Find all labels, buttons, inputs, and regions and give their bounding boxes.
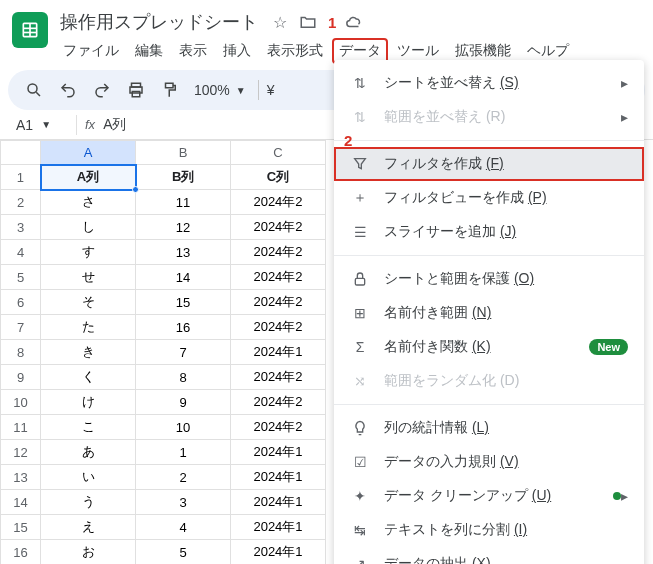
col-header-c[interactable]: C — [231, 141, 326, 165]
cell-reference[interactable]: A1▼ — [8, 117, 68, 133]
cell[interactable]: お — [41, 540, 136, 565]
cell[interactable]: き — [41, 340, 136, 365]
menu-validation[interactable]: ☑ データの入力規則 (V) — [334, 445, 644, 479]
cell[interactable]: 1 — [136, 440, 231, 465]
row-header[interactable]: 1 — [1, 165, 41, 190]
cell[interactable]: 3 — [136, 490, 231, 515]
cell[interactable]: 11 — [136, 190, 231, 215]
cell[interactable]: す — [41, 240, 136, 265]
cell[interactable]: あ — [41, 440, 136, 465]
menu-format[interactable]: 表示形式 — [260, 38, 330, 64]
cell[interactable]: 2024年2 — [231, 265, 326, 290]
cell[interactable]: 13 — [136, 240, 231, 265]
menu-column-stats[interactable]: 列の統計情報 (L) — [334, 411, 644, 445]
cell[interactable]: た — [41, 315, 136, 340]
cell[interactable]: 2024年2 — [231, 415, 326, 440]
cell[interactable]: 12 — [136, 215, 231, 240]
sheets-logo[interactable] — [12, 12, 48, 48]
cell[interactable]: 7 — [136, 340, 231, 365]
cell[interactable]: 2024年1 — [231, 440, 326, 465]
row-header[interactable]: 2 — [1, 190, 41, 215]
document-title[interactable]: 操作用スプレッドシート — [56, 8, 262, 36]
redo-icon[interactable] — [88, 76, 116, 104]
menu-add-slicer[interactable]: ☰ スライサーを追加 (J) — [334, 215, 644, 249]
cell[interactable]: 4 — [136, 515, 231, 540]
cell[interactable]: 2024年2 — [231, 365, 326, 390]
undo-icon[interactable] — [54, 76, 82, 104]
cell[interactable]: 14 — [136, 265, 231, 290]
menu-edit[interactable]: 編集 — [128, 38, 170, 64]
cell[interactable]: け — [41, 390, 136, 415]
cell[interactable]: い — [41, 465, 136, 490]
menu-sort-sheet[interactable]: ⇅ シートを並べ替え (S) ▸ — [334, 66, 644, 100]
zoom-select[interactable]: 100%▼ — [190, 82, 250, 98]
currency-format[interactable]: ¥ — [267, 82, 275, 98]
cell[interactable]: さ — [41, 190, 136, 215]
menu-view[interactable]: 表示 — [172, 38, 214, 64]
cell[interactable]: 9 — [136, 390, 231, 415]
cell[interactable]: 2024年1 — [231, 490, 326, 515]
menu-cleanup[interactable]: ✦ データ クリーンアップ (U) ▸ — [334, 479, 644, 513]
menu-extract[interactable]: ↗ データの抽出 (X) — [334, 547, 644, 564]
search-icon[interactable] — [20, 76, 48, 104]
cell[interactable]: し — [41, 215, 136, 240]
col-header-a[interactable]: A — [41, 141, 136, 165]
move-folder-icon[interactable] — [298, 12, 318, 32]
cell[interactable]: せ — [41, 265, 136, 290]
row-header[interactable]: 13 — [1, 465, 41, 490]
cell[interactable]: 2024年1 — [231, 465, 326, 490]
col-header-b[interactable]: B — [136, 141, 231, 165]
cell[interactable]: 15 — [136, 290, 231, 315]
select-all-corner[interactable] — [1, 141, 41, 165]
cell[interactable]: 2024年2 — [231, 290, 326, 315]
cell[interactable]: 5 — [136, 540, 231, 565]
cell[interactable]: 2024年2 — [231, 190, 326, 215]
menu-insert[interactable]: 挿入 — [216, 38, 258, 64]
cell[interactable]: 2024年1 — [231, 515, 326, 540]
formula-content[interactable]: A列 — [103, 116, 126, 134]
cell[interactable]: 2024年2 — [231, 240, 326, 265]
cell[interactable]: え — [41, 515, 136, 540]
cell[interactable]: く — [41, 365, 136, 390]
cell[interactable]: こ — [41, 415, 136, 440]
row-header[interactable]: 6 — [1, 290, 41, 315]
row-header[interactable]: 5 — [1, 265, 41, 290]
cell[interactable]: 2024年1 — [231, 540, 326, 565]
row-header[interactable]: 4 — [1, 240, 41, 265]
row-header[interactable]: 11 — [1, 415, 41, 440]
cell[interactable]: A列 — [41, 165, 136, 190]
cell[interactable]: 2 — [136, 465, 231, 490]
row-header[interactable]: 8 — [1, 340, 41, 365]
cell[interactable]: B列 — [136, 165, 231, 190]
row-header[interactable]: 7 — [1, 315, 41, 340]
cell[interactable]: 2024年2 — [231, 315, 326, 340]
star-icon[interactable]: ☆ — [270, 12, 290, 32]
selection-handle[interactable] — [132, 186, 139, 193]
cell[interactable]: う — [41, 490, 136, 515]
menu-named-function[interactable]: Σ 名前付き関数 (K) New — [334, 330, 644, 364]
row-header[interactable]: 3 — [1, 215, 41, 240]
menu-create-filter[interactable]: フィルタを作成 (F) — [334, 147, 644, 181]
menu-protect[interactable]: シートと範囲を保護 (O) — [334, 262, 644, 296]
cell[interactable]: 2024年1 — [231, 340, 326, 365]
cell[interactable]: 8 — [136, 365, 231, 390]
cell[interactable]: 10 — [136, 415, 231, 440]
cell[interactable]: 16 — [136, 315, 231, 340]
menu-named-range[interactable]: ⊞ 名前付き範囲 (N) — [334, 296, 644, 330]
row-header[interactable]: 10 — [1, 390, 41, 415]
row-header[interactable]: 15 — [1, 515, 41, 540]
menu-file[interactable]: ファイル — [56, 38, 126, 64]
cell[interactable]: 2024年2 — [231, 215, 326, 240]
spreadsheet-grid[interactable]: A B C 1A列B列C列 2さ112024年2 3し122024年2 4す13… — [0, 140, 326, 564]
row-header[interactable]: 14 — [1, 490, 41, 515]
print-icon[interactable] — [122, 76, 150, 104]
row-header[interactable]: 12 — [1, 440, 41, 465]
cloud-status-icon[interactable] — [344, 12, 364, 32]
cell[interactable]: そ — [41, 290, 136, 315]
row-header[interactable]: 9 — [1, 365, 41, 390]
menu-create-filter-view[interactable]: ＋ フィルタビューを作成 (P) — [334, 181, 644, 215]
row-header[interactable]: 16 — [1, 540, 41, 565]
cell[interactable]: C列 — [231, 165, 326, 190]
paint-format-icon[interactable] — [156, 76, 184, 104]
menu-split-text[interactable]: ↹ テキストを列に分割 (I) — [334, 513, 644, 547]
